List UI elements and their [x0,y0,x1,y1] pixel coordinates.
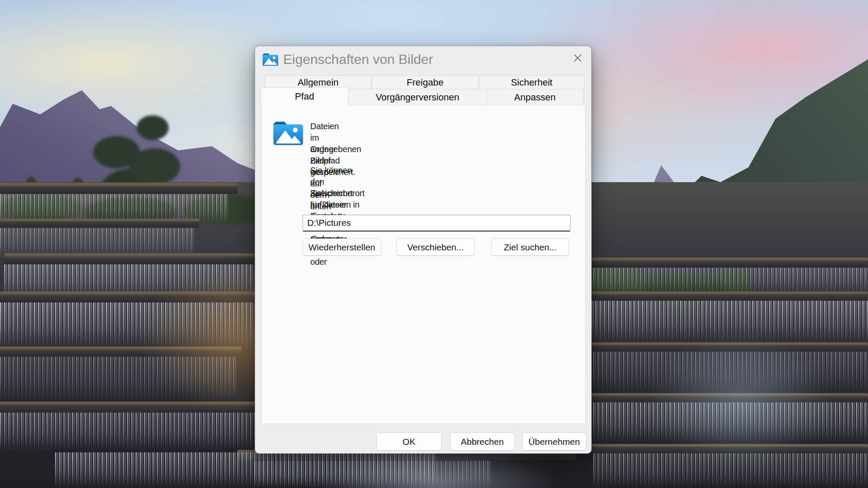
pictures-folder-icon [262,51,279,67]
tab-freigabe[interactable]: Freigabe [372,75,479,89]
button-label: OK [403,437,415,447]
apply-button[interactable]: Übernehmen [522,433,586,451]
waterfall-ledge [564,291,868,301]
find-target-button[interactable]: Ziel suchen... [491,238,569,256]
button-label: Übernehmen [529,437,580,447]
target-path-input[interactable] [303,215,570,232]
button-label: Ziel suchen... [504,242,557,252]
tab-vorgaengerversionen[interactable]: Vorgängerversionen [348,89,487,105]
wallpaper-cool-glow [610,309,868,488]
move-button[interactable]: Verschieben... [396,238,475,256]
location-tab-panel: Dateien im Ordner Bilder werden auf dem … [262,105,586,424]
button-label: Abbrechen [461,437,504,447]
pictures-folder-icon [272,118,304,147]
properties-dialog: Eigenschaften von Bilder Allgemein Freig… [255,46,592,454]
button-label: Verschieben... [407,242,464,252]
tab-label: Sicherheit [511,77,553,88]
tab-pfad-active[interactable]: Pfad [261,87,348,105]
tab-label: Vorgängerversionen [376,92,459,103]
tab-label: Freigabe [407,77,444,88]
waterfall-ledge [570,258,868,268]
cancel-button[interactable]: Abbrechen [450,433,515,451]
tab-label: Pfad [295,91,314,102]
close-icon [571,52,584,64]
close-button[interactable] [568,49,587,67]
tab-label: Allgemein [298,77,339,88]
button-label: Wiederherstellen [309,242,376,252]
window-title: Eigenschaften von Bilder [283,51,433,68]
restore-default-button[interactable]: Wiederherstellen [303,238,381,256]
tab-anpassen[interactable]: Anpassen [487,89,583,105]
tab-label: Anpassen [514,92,556,103]
ok-button[interactable]: OK [376,433,442,451]
waterfall-ledge [0,183,237,194]
waterfall-cascade [572,268,868,294]
tab-sicherheit[interactable]: Sicherheit [479,75,584,89]
waterfall-ledge [0,219,199,228]
